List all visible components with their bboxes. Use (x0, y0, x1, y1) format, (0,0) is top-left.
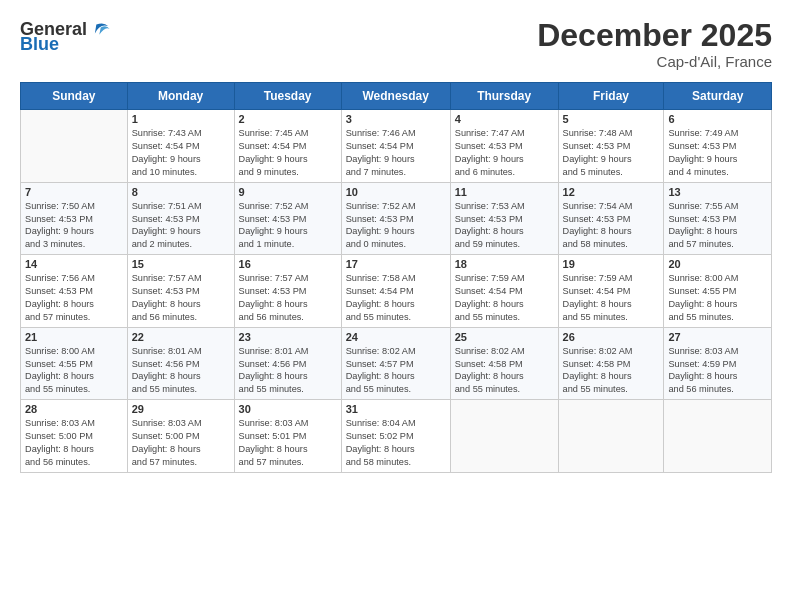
location-title: Cap-d'Ail, France (537, 53, 772, 70)
day-info: Sunrise: 8:03 AMSunset: 5:00 PMDaylight:… (132, 417, 230, 469)
calendar-week-1: 1Sunrise: 7:43 AMSunset: 4:54 PMDaylight… (21, 110, 772, 183)
day-info: Sunrise: 8:04 AMSunset: 5:02 PMDaylight:… (346, 417, 446, 469)
day-number: 1 (132, 113, 230, 125)
day-number: 18 (455, 258, 554, 270)
calendar-cell: 20Sunrise: 8:00 AMSunset: 4:55 PMDayligh… (664, 255, 772, 328)
weekday-header-friday: Friday (558, 83, 664, 110)
calendar-cell: 9Sunrise: 7:52 AMSunset: 4:53 PMDaylight… (234, 182, 341, 255)
calendar-cell: 13Sunrise: 7:55 AMSunset: 4:53 PMDayligh… (664, 182, 772, 255)
day-number: 19 (563, 258, 660, 270)
day-number: 31 (346, 403, 446, 415)
day-info: Sunrise: 7:50 AMSunset: 4:53 PMDaylight:… (25, 200, 123, 252)
calendar-cell: 2Sunrise: 7:45 AMSunset: 4:54 PMDaylight… (234, 110, 341, 183)
day-number: 17 (346, 258, 446, 270)
day-info: Sunrise: 7:59 AMSunset: 4:54 PMDaylight:… (563, 272, 660, 324)
calendar-cell: 22Sunrise: 8:01 AMSunset: 4:56 PMDayligh… (127, 327, 234, 400)
day-number: 6 (668, 113, 767, 125)
calendar: SundayMondayTuesdayWednesdayThursdayFrid… (20, 82, 772, 473)
day-number: 15 (132, 258, 230, 270)
calendar-cell: 14Sunrise: 7:56 AMSunset: 4:53 PMDayligh… (21, 255, 128, 328)
calendar-cell (664, 400, 772, 473)
weekday-header-row: SundayMondayTuesdayWednesdayThursdayFrid… (21, 83, 772, 110)
day-info: Sunrise: 7:49 AMSunset: 4:53 PMDaylight:… (668, 127, 767, 179)
day-info: Sunrise: 8:03 AMSunset: 4:59 PMDaylight:… (668, 345, 767, 397)
day-info: Sunrise: 8:02 AMSunset: 4:57 PMDaylight:… (346, 345, 446, 397)
weekday-header-saturday: Saturday (664, 83, 772, 110)
calendar-cell: 1Sunrise: 7:43 AMSunset: 4:54 PMDaylight… (127, 110, 234, 183)
day-number: 22 (132, 331, 230, 343)
day-number: 26 (563, 331, 660, 343)
day-number: 13 (668, 186, 767, 198)
logo: General Blue (20, 18, 111, 55)
day-info: Sunrise: 8:01 AMSunset: 4:56 PMDaylight:… (132, 345, 230, 397)
day-info: Sunrise: 7:56 AMSunset: 4:53 PMDaylight:… (25, 272, 123, 324)
day-number: 7 (25, 186, 123, 198)
day-number: 4 (455, 113, 554, 125)
day-number: 28 (25, 403, 123, 415)
calendar-cell: 18Sunrise: 7:59 AMSunset: 4:54 PMDayligh… (450, 255, 558, 328)
calendar-cell: 7Sunrise: 7:50 AMSunset: 4:53 PMDaylight… (21, 182, 128, 255)
day-info: Sunrise: 7:57 AMSunset: 4:53 PMDaylight:… (239, 272, 337, 324)
logo-icon (89, 18, 111, 40)
day-info: Sunrise: 8:03 AMSunset: 5:00 PMDaylight:… (25, 417, 123, 469)
calendar-cell: 17Sunrise: 7:58 AMSunset: 4:54 PMDayligh… (341, 255, 450, 328)
day-number: 9 (239, 186, 337, 198)
day-info: Sunrise: 7:52 AMSunset: 4:53 PMDaylight:… (346, 200, 446, 252)
calendar-cell: 4Sunrise: 7:47 AMSunset: 4:53 PMDaylight… (450, 110, 558, 183)
day-info: Sunrise: 8:02 AMSunset: 4:58 PMDaylight:… (563, 345, 660, 397)
title-block: December 2025 Cap-d'Ail, France (537, 18, 772, 70)
day-number: 30 (239, 403, 337, 415)
day-number: 3 (346, 113, 446, 125)
day-number: 16 (239, 258, 337, 270)
calendar-cell: 30Sunrise: 8:03 AMSunset: 5:01 PMDayligh… (234, 400, 341, 473)
weekday-header-sunday: Sunday (21, 83, 128, 110)
weekday-header-tuesday: Tuesday (234, 83, 341, 110)
calendar-week-3: 14Sunrise: 7:56 AMSunset: 4:53 PMDayligh… (21, 255, 772, 328)
day-number: 23 (239, 331, 337, 343)
calendar-cell: 5Sunrise: 7:48 AMSunset: 4:53 PMDaylight… (558, 110, 664, 183)
calendar-week-4: 21Sunrise: 8:00 AMSunset: 4:55 PMDayligh… (21, 327, 772, 400)
day-info: Sunrise: 8:00 AMSunset: 4:55 PMDaylight:… (25, 345, 123, 397)
day-info: Sunrise: 7:57 AMSunset: 4:53 PMDaylight:… (132, 272, 230, 324)
calendar-cell: 26Sunrise: 8:02 AMSunset: 4:58 PMDayligh… (558, 327, 664, 400)
calendar-cell: 8Sunrise: 7:51 AMSunset: 4:53 PMDaylight… (127, 182, 234, 255)
day-info: Sunrise: 8:01 AMSunset: 4:56 PMDaylight:… (239, 345, 337, 397)
day-info: Sunrise: 7:45 AMSunset: 4:54 PMDaylight:… (239, 127, 337, 179)
weekday-header-wednesday: Wednesday (341, 83, 450, 110)
day-number: 11 (455, 186, 554, 198)
calendar-week-2: 7Sunrise: 7:50 AMSunset: 4:53 PMDaylight… (21, 182, 772, 255)
calendar-cell (21, 110, 128, 183)
day-number: 8 (132, 186, 230, 198)
page: General Blue December 2025 Cap-d'Ail, Fr… (0, 0, 792, 483)
day-number: 29 (132, 403, 230, 415)
day-number: 20 (668, 258, 767, 270)
day-number: 5 (563, 113, 660, 125)
weekday-header-thursday: Thursday (450, 83, 558, 110)
calendar-cell: 3Sunrise: 7:46 AMSunset: 4:54 PMDaylight… (341, 110, 450, 183)
calendar-cell: 24Sunrise: 8:02 AMSunset: 4:57 PMDayligh… (341, 327, 450, 400)
calendar-cell: 31Sunrise: 8:04 AMSunset: 5:02 PMDayligh… (341, 400, 450, 473)
calendar-cell: 19Sunrise: 7:59 AMSunset: 4:54 PMDayligh… (558, 255, 664, 328)
calendar-cell (558, 400, 664, 473)
day-info: Sunrise: 8:03 AMSunset: 5:01 PMDaylight:… (239, 417, 337, 469)
header: General Blue December 2025 Cap-d'Ail, Fr… (20, 18, 772, 70)
day-number: 10 (346, 186, 446, 198)
calendar-cell (450, 400, 558, 473)
day-number: 21 (25, 331, 123, 343)
day-number: 2 (239, 113, 337, 125)
day-info: Sunrise: 8:00 AMSunset: 4:55 PMDaylight:… (668, 272, 767, 324)
calendar-cell: 16Sunrise: 7:57 AMSunset: 4:53 PMDayligh… (234, 255, 341, 328)
calendar-cell: 12Sunrise: 7:54 AMSunset: 4:53 PMDayligh… (558, 182, 664, 255)
calendar-cell: 28Sunrise: 8:03 AMSunset: 5:00 PMDayligh… (21, 400, 128, 473)
day-number: 14 (25, 258, 123, 270)
day-number: 27 (668, 331, 767, 343)
day-info: Sunrise: 7:58 AMSunset: 4:54 PMDaylight:… (346, 272, 446, 324)
day-info: Sunrise: 7:59 AMSunset: 4:54 PMDaylight:… (455, 272, 554, 324)
calendar-cell: 23Sunrise: 8:01 AMSunset: 4:56 PMDayligh… (234, 327, 341, 400)
calendar-cell: 10Sunrise: 7:52 AMSunset: 4:53 PMDayligh… (341, 182, 450, 255)
calendar-cell: 15Sunrise: 7:57 AMSunset: 4:53 PMDayligh… (127, 255, 234, 328)
day-info: Sunrise: 7:47 AMSunset: 4:53 PMDaylight:… (455, 127, 554, 179)
day-info: Sunrise: 7:54 AMSunset: 4:53 PMDaylight:… (563, 200, 660, 252)
calendar-cell: 11Sunrise: 7:53 AMSunset: 4:53 PMDayligh… (450, 182, 558, 255)
day-info: Sunrise: 7:55 AMSunset: 4:53 PMDaylight:… (668, 200, 767, 252)
